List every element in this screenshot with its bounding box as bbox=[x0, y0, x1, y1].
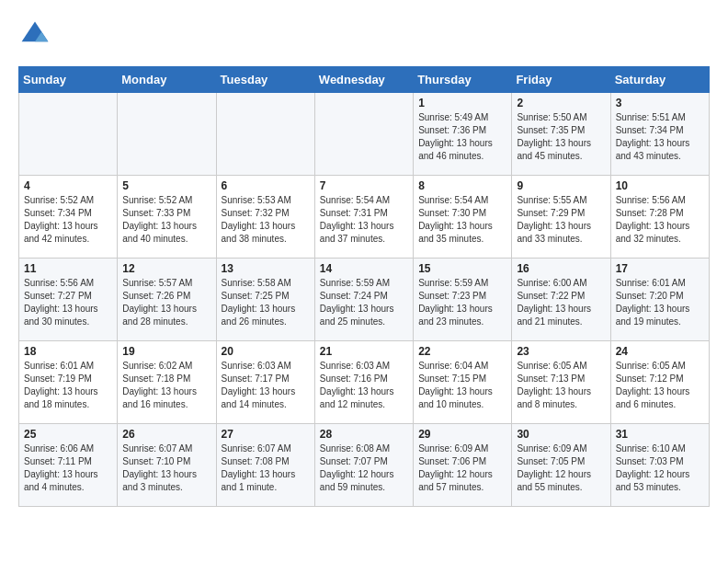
day-number: 16 bbox=[517, 262, 605, 275]
day-info: Sunrise: 5:49 AM Sunset: 7:36 PM Dayligh… bbox=[418, 111, 506, 163]
day-info: Sunrise: 6:06 AM Sunset: 7:11 PM Dayligh… bbox=[24, 442, 112, 494]
day-info: Sunrise: 6:00 AM Sunset: 7:22 PM Dayligh… bbox=[517, 277, 605, 328]
day-info: Sunrise: 5:59 AM Sunset: 7:23 PM Dayligh… bbox=[418, 277, 506, 328]
day-number: 26 bbox=[122, 428, 210, 441]
day-info: Sunrise: 6:08 AM Sunset: 7:07 PM Dayligh… bbox=[320, 442, 408, 494]
day-number: 10 bbox=[616, 179, 704, 192]
calendar-cell bbox=[314, 93, 413, 176]
day-info: Sunrise: 6:01 AM Sunset: 7:20 PM Dayligh… bbox=[616, 277, 704, 328]
day-info: Sunrise: 6:05 AM Sunset: 7:13 PM Dayligh… bbox=[517, 360, 605, 411]
day-number: 1 bbox=[418, 97, 506, 109]
calendar-cell: 9Sunrise: 5:55 AM Sunset: 7:29 PM Daylig… bbox=[512, 176, 610, 259]
calendar-cell: 17Sunrise: 6:01 AM Sunset: 7:20 PM Dayli… bbox=[610, 259, 709, 341]
day-number: 28 bbox=[320, 428, 408, 441]
day-info: Sunrise: 6:05 AM Sunset: 7:12 PM Dayligh… bbox=[616, 360, 704, 411]
day-info: Sunrise: 6:01 AM Sunset: 7:19 PM Dayligh… bbox=[24, 360, 112, 411]
day-number: 5 bbox=[122, 179, 210, 192]
day-info: Sunrise: 6:04 AM Sunset: 7:15 PM Dayligh… bbox=[418, 360, 506, 411]
day-info: Sunrise: 5:54 AM Sunset: 7:31 PM Dayligh… bbox=[320, 194, 408, 246]
day-info: Sunrise: 5:55 AM Sunset: 7:29 PM Dayligh… bbox=[517, 194, 605, 246]
day-number: 31 bbox=[616, 428, 704, 441]
calendar-cell: 13Sunrise: 5:58 AM Sunset: 7:25 PM Dayli… bbox=[216, 259, 314, 341]
calendar-cell: 6Sunrise: 5:53 AM Sunset: 7:32 PM Daylig… bbox=[216, 176, 314, 259]
header-row: SundayMondayTuesdayWednesdayThursdayFrid… bbox=[19, 67, 710, 93]
day-info: Sunrise: 6:02 AM Sunset: 7:18 PM Dayligh… bbox=[122, 360, 210, 411]
calendar-cell bbox=[216, 93, 314, 176]
calendar-cell: 27Sunrise: 6:07 AM Sunset: 7:08 PM Dayli… bbox=[216, 424, 314, 507]
calendar-cell: 14Sunrise: 5:59 AM Sunset: 7:24 PM Dayli… bbox=[314, 259, 413, 341]
calendar-cell: 19Sunrise: 6:02 AM Sunset: 7:18 PM Dayli… bbox=[118, 341, 216, 424]
calendar-cell bbox=[19, 93, 118, 176]
calendar-cell: 16Sunrise: 6:00 AM Sunset: 7:22 PM Dayli… bbox=[512, 259, 610, 341]
day-info: Sunrise: 5:52 AM Sunset: 7:34 PM Dayligh… bbox=[24, 194, 112, 246]
calendar-cell: 2Sunrise: 5:50 AM Sunset: 7:35 PM Daylig… bbox=[512, 93, 610, 176]
calendar-cell: 15Sunrise: 5:59 AM Sunset: 7:23 PM Dayli… bbox=[414, 259, 512, 341]
day-info: Sunrise: 5:54 AM Sunset: 7:30 PM Dayligh… bbox=[418, 194, 506, 246]
calendar-cell bbox=[118, 93, 216, 176]
calendar-cell: 11Sunrise: 5:56 AM Sunset: 7:27 PM Dayli… bbox=[19, 259, 118, 341]
day-info: Sunrise: 5:50 AM Sunset: 7:35 PM Dayligh… bbox=[517, 111, 605, 163]
day-info: Sunrise: 5:59 AM Sunset: 7:24 PM Dayligh… bbox=[320, 277, 408, 328]
day-info: Sunrise: 6:07 AM Sunset: 7:08 PM Dayligh… bbox=[222, 442, 310, 494]
calendar-cell: 24Sunrise: 6:05 AM Sunset: 7:12 PM Dayli… bbox=[610, 341, 709, 424]
day-number: 7 bbox=[320, 179, 408, 192]
calendar-cell: 5Sunrise: 5:52 AM Sunset: 7:33 PM Daylig… bbox=[118, 176, 216, 259]
calendar-cell: 21Sunrise: 6:03 AM Sunset: 7:16 PM Dayli… bbox=[314, 341, 413, 424]
day-number: 14 bbox=[320, 262, 408, 275]
calendar-table: SundayMondayTuesdayWednesdayThursdayFrid… bbox=[18, 66, 710, 507]
calendar-cell: 30Sunrise: 6:09 AM Sunset: 7:05 PM Dayli… bbox=[512, 424, 610, 507]
day-info: Sunrise: 6:09 AM Sunset: 7:06 PM Dayligh… bbox=[418, 442, 506, 494]
day-number: 18 bbox=[24, 345, 112, 358]
header-friday: Friday bbox=[512, 67, 610, 93]
calendar-cell: 3Sunrise: 5:51 AM Sunset: 7:34 PM Daylig… bbox=[610, 93, 709, 176]
calendar-cell: 12Sunrise: 5:57 AM Sunset: 7:26 PM Dayli… bbox=[118, 259, 216, 341]
day-number: 6 bbox=[222, 179, 310, 192]
calendar-cell: 10Sunrise: 5:56 AM Sunset: 7:28 PM Dayli… bbox=[610, 176, 709, 259]
header-thursday: Thursday bbox=[414, 67, 512, 93]
day-info: Sunrise: 6:07 AM Sunset: 7:10 PM Dayligh… bbox=[122, 442, 210, 494]
day-info: Sunrise: 5:53 AM Sunset: 7:32 PM Dayligh… bbox=[222, 194, 310, 246]
day-info: Sunrise: 6:10 AM Sunset: 7:03 PM Dayligh… bbox=[616, 442, 704, 494]
week-row-5: 25Sunrise: 6:06 AM Sunset: 7:11 PM Dayli… bbox=[19, 424, 710, 507]
week-row-2: 4Sunrise: 5:52 AM Sunset: 7:34 PM Daylig… bbox=[19, 176, 710, 259]
day-number: 29 bbox=[418, 428, 506, 441]
day-number: 30 bbox=[517, 428, 605, 441]
day-info: Sunrise: 5:57 AM Sunset: 7:26 PM Dayligh… bbox=[122, 277, 210, 328]
week-row-3: 11Sunrise: 5:56 AM Sunset: 7:27 PM Dayli… bbox=[19, 259, 710, 341]
day-number: 25 bbox=[24, 428, 112, 441]
header-wednesday: Wednesday bbox=[314, 67, 413, 93]
day-number: 12 bbox=[122, 262, 210, 275]
week-row-1: 1Sunrise: 5:49 AM Sunset: 7:36 PM Daylig… bbox=[19, 93, 710, 176]
day-number: 21 bbox=[320, 345, 408, 358]
day-number: 27 bbox=[222, 428, 310, 441]
day-info: Sunrise: 6:03 AM Sunset: 7:17 PM Dayligh… bbox=[222, 360, 310, 411]
page-header bbox=[18, 18, 710, 52]
logo bbox=[18, 18, 57, 52]
day-info: Sunrise: 6:03 AM Sunset: 7:16 PM Dayligh… bbox=[320, 360, 408, 411]
calendar-cell: 31Sunrise: 6:10 AM Sunset: 7:03 PM Dayli… bbox=[610, 424, 709, 507]
day-number: 2 bbox=[517, 97, 605, 109]
day-number: 13 bbox=[222, 262, 310, 275]
calendar-cell: 22Sunrise: 6:04 AM Sunset: 7:15 PM Dayli… bbox=[414, 341, 512, 424]
calendar-cell: 25Sunrise: 6:06 AM Sunset: 7:11 PM Dayli… bbox=[19, 424, 118, 507]
day-number: 17 bbox=[616, 262, 704, 275]
day-number: 3 bbox=[616, 97, 704, 109]
calendar-cell: 28Sunrise: 6:08 AM Sunset: 7:07 PM Dayli… bbox=[314, 424, 413, 507]
calendar-cell: 20Sunrise: 6:03 AM Sunset: 7:17 PM Dayli… bbox=[216, 341, 314, 424]
header-saturday: Saturday bbox=[610, 67, 709, 93]
logo-icon bbox=[18, 18, 51, 52]
calendar-cell: 29Sunrise: 6:09 AM Sunset: 7:06 PM Dayli… bbox=[414, 424, 512, 507]
day-number: 4 bbox=[24, 179, 112, 192]
day-number: 20 bbox=[222, 345, 310, 358]
calendar-cell: 26Sunrise: 6:07 AM Sunset: 7:10 PM Dayli… bbox=[118, 424, 216, 507]
week-row-4: 18Sunrise: 6:01 AM Sunset: 7:19 PM Dayli… bbox=[19, 341, 710, 424]
day-number: 19 bbox=[122, 345, 210, 358]
day-number: 11 bbox=[24, 262, 112, 275]
day-info: Sunrise: 5:51 AM Sunset: 7:34 PM Dayligh… bbox=[616, 111, 704, 163]
day-info: Sunrise: 5:56 AM Sunset: 7:28 PM Dayligh… bbox=[616, 194, 704, 246]
calendar-cell: 7Sunrise: 5:54 AM Sunset: 7:31 PM Daylig… bbox=[314, 176, 413, 259]
day-number: 22 bbox=[418, 345, 506, 358]
day-number: 9 bbox=[517, 179, 605, 192]
calendar-cell: 8Sunrise: 5:54 AM Sunset: 7:30 PM Daylig… bbox=[414, 176, 512, 259]
day-info: Sunrise: 5:56 AM Sunset: 7:27 PM Dayligh… bbox=[24, 277, 112, 328]
